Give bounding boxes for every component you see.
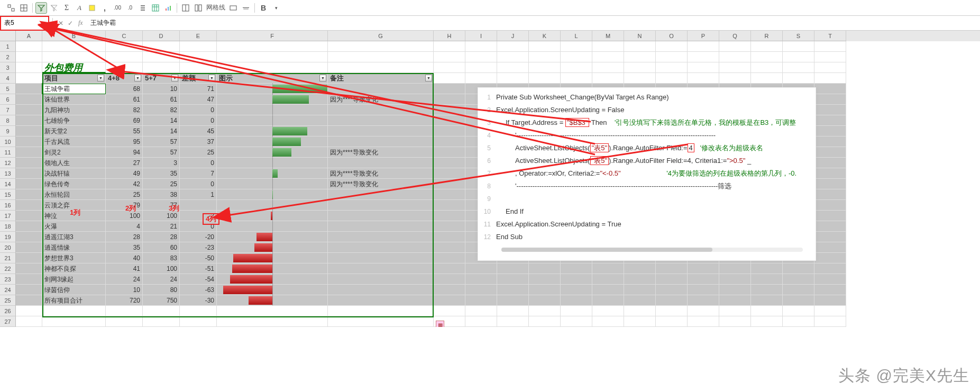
cell[interactable] xyxy=(434,168,465,179)
embedded-object-icon[interactable]: ▦ xyxy=(436,321,444,327)
cell[interactable] xyxy=(328,136,434,147)
cell[interactable] xyxy=(656,73,688,84)
cell[interactable] xyxy=(592,274,624,285)
col-header[interactable]: F xyxy=(217,31,328,41)
cell[interactable] xyxy=(16,263,42,274)
cell[interactable] xyxy=(143,41,180,52)
cell[interactable] xyxy=(561,274,592,285)
cell[interactable]: 71 xyxy=(180,84,217,94)
cell[interactable] xyxy=(434,253,465,263)
row-header[interactable]: 20 xyxy=(0,242,16,253)
col-header[interactable]: R xyxy=(751,31,783,41)
cell[interactable] xyxy=(624,62,656,73)
decimal-dec-button[interactable]: .0 xyxy=(124,2,136,14)
filter-dropdown[interactable]: ▼ xyxy=(171,75,178,81)
cell[interactable] xyxy=(217,84,328,94)
cell[interactable]: 27 xyxy=(106,158,143,168)
row-header[interactable]: 21 xyxy=(0,253,16,263)
cell[interactable] xyxy=(16,62,42,73)
cell[interactable]: 因为****导致变化 xyxy=(328,94,434,105)
cell[interactable] xyxy=(592,285,624,295)
cell[interactable] xyxy=(592,295,624,306)
toolbar-btn-x2[interactable]: ㅡ xyxy=(240,2,252,14)
cell[interactable] xyxy=(434,211,465,221)
cell[interactable] xyxy=(497,295,529,306)
cell[interactable] xyxy=(328,295,434,306)
cell[interactable] xyxy=(180,52,217,62)
cell[interactable]: 61 xyxy=(106,94,143,105)
col-header[interactable]: P xyxy=(688,31,719,41)
cell[interactable] xyxy=(814,136,846,147)
cell[interactable] xyxy=(656,41,688,52)
row-header[interactable]: 17 xyxy=(0,211,16,221)
cell[interactable] xyxy=(328,285,434,295)
cell[interactable] xyxy=(497,306,529,316)
cell[interactable] xyxy=(783,52,814,62)
cell[interactable] xyxy=(434,147,465,158)
cell[interactable] xyxy=(465,263,497,274)
cell[interactable]: 40 xyxy=(106,253,143,263)
cell[interactable] xyxy=(217,242,328,253)
cell[interactable]: 绿茵信仰 xyxy=(42,285,106,295)
cell[interactable] xyxy=(434,115,465,126)
cell[interactable] xyxy=(719,52,751,62)
cell[interactable] xyxy=(719,306,751,316)
cell[interactable] xyxy=(217,232,328,242)
cell[interactable] xyxy=(783,41,814,52)
cell[interactable] xyxy=(217,41,328,52)
cell[interactable] xyxy=(814,73,846,84)
cell[interactable] xyxy=(751,73,783,84)
cell[interactable] xyxy=(434,179,465,189)
cell[interactable]: 所有项目合计 xyxy=(42,295,106,306)
row-header[interactable]: 3 xyxy=(0,62,16,73)
row-header[interactable]: 22 xyxy=(0,263,16,274)
cell[interactable]: 35 xyxy=(106,242,143,253)
cell[interactable] xyxy=(719,295,751,306)
bold-button[interactable]: B xyxy=(258,2,269,14)
cell[interactable] xyxy=(529,62,561,73)
cell[interactable] xyxy=(751,316,783,327)
cell[interactable] xyxy=(497,263,529,274)
row-header[interactable]: 1 xyxy=(0,41,16,52)
cell[interactable] xyxy=(529,285,561,295)
cell[interactable] xyxy=(783,62,814,73)
cell[interactable]: 83 xyxy=(143,253,180,263)
cell[interactable] xyxy=(719,62,751,73)
cell[interactable] xyxy=(814,105,846,115)
cell[interactable] xyxy=(751,52,783,62)
cell[interactable] xyxy=(688,52,719,62)
cell[interactable] xyxy=(465,295,497,306)
cell[interactable]: -54 xyxy=(180,274,217,285)
cell[interactable] xyxy=(688,263,719,274)
cell[interactable]: 14 xyxy=(143,115,180,126)
cell[interactable] xyxy=(328,242,434,253)
cell[interactable] xyxy=(561,41,592,52)
cell[interactable]: 14 xyxy=(143,126,180,136)
cell[interactable] xyxy=(783,285,814,295)
cell[interactable] xyxy=(16,295,42,306)
cell[interactable] xyxy=(688,285,719,295)
sum-button[interactable]: Σ xyxy=(61,2,72,14)
cell[interactable] xyxy=(814,179,846,189)
cell[interactable]: 4+8▼ xyxy=(106,73,143,84)
cell[interactable] xyxy=(561,263,592,274)
toolbar-btn-2[interactable] xyxy=(18,2,30,14)
row-header[interactable]: 10 xyxy=(0,136,16,147)
col-header[interactable]: K xyxy=(529,31,561,41)
cell[interactable]: 24 xyxy=(143,274,180,285)
cell[interactable] xyxy=(180,62,217,73)
cell[interactable]: 5+7▼ xyxy=(143,73,180,84)
cell[interactable] xyxy=(328,253,434,263)
cell[interactable] xyxy=(719,274,751,285)
cell[interactable] xyxy=(656,274,688,285)
cell[interactable] xyxy=(783,306,814,316)
cell[interactable] xyxy=(217,94,328,105)
cell[interactable]: 45 xyxy=(180,126,217,136)
cell[interactable] xyxy=(434,274,465,285)
cell[interactable] xyxy=(16,94,42,105)
col-header[interactable]: S xyxy=(783,31,814,41)
cell[interactable] xyxy=(16,200,42,211)
cell[interactable] xyxy=(328,189,434,200)
row-header[interactable]: 12 xyxy=(0,158,16,168)
cell[interactable] xyxy=(16,147,42,158)
